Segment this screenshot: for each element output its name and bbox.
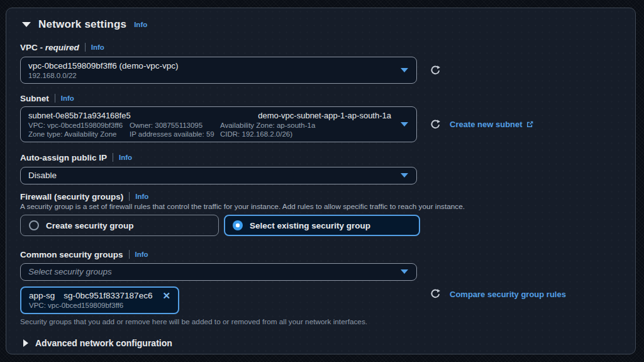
label-divider xyxy=(129,192,130,201)
token-sg-id: sg-0bc951f8337187ec6 xyxy=(64,290,152,301)
token-remove-icon[interactable]: ✕ xyxy=(162,291,170,300)
firewall-description: A security group is a set of firewall ru… xyxy=(20,203,621,211)
vpc-info-link[interactable]: Info xyxy=(91,43,104,51)
label-divider xyxy=(129,250,130,259)
refresh-vpc-icon[interactable] xyxy=(430,65,441,76)
subnet-zone-type: Zone type: Availability Zone xyxy=(28,130,130,139)
subnet-row: subnet-0e85b71a934168fe5 demo-vpc-subnet… xyxy=(20,106,621,142)
vpc-row: vpc-0bced159809bf3ff6 (demo-vpc-vpc) 192… xyxy=(20,57,621,84)
firewall-options: Create security group Select existing se… xyxy=(20,215,621,236)
section-title: Network settings xyxy=(38,18,126,31)
subnet-detail-row-1: VPC: vpc-0bced159809bf3ff6 Owner: 308755… xyxy=(28,121,391,130)
chevron-down-icon xyxy=(401,122,408,127)
auto-assign-label-row: Auto-assign public IP Info xyxy=(20,152,621,162)
radio-tile-create-security-group[interactable]: Create security group xyxy=(20,215,219,236)
security-groups-placeholder: Select security groups xyxy=(28,266,391,278)
vpc-selected-value: vpc-0bced159809bf3ff6 (demo-vpc-vpc) xyxy=(28,60,391,71)
create-new-subnet-label: Create new subnet xyxy=(450,120,523,129)
subnet-label: Subnet xyxy=(20,94,49,103)
subnet-select[interactable]: subnet-0e85b71a934168fe5 demo-vpc-subnet… xyxy=(20,106,417,142)
compare-rules-group: Compare security group rules xyxy=(430,288,566,300)
radio-tile-select-existing-security-group[interactable]: Select existing security group xyxy=(224,215,420,236)
vpc-label-row: VPC - required Info xyxy=(20,42,621,52)
external-link-icon xyxy=(526,120,534,128)
radio-unselected-icon[interactable] xyxy=(29,220,39,230)
subnet-id: subnet-0e85b71a934168fe5 xyxy=(28,111,131,121)
firewall-info-link[interactable]: Info xyxy=(135,193,148,200)
subnet-cidr: CIDR: 192.168.2.0/26) xyxy=(220,130,391,139)
section-header: Network settings Info xyxy=(20,18,621,31)
vpc-label: VPC - required xyxy=(20,43,79,52)
auto-assign-label: Auto-assign public IP xyxy=(20,153,107,162)
expand-chevron-icon xyxy=(23,339,28,347)
security-groups-helper-text: Security groups that you add or remove h… xyxy=(20,318,621,326)
common-sg-select-row: Select security groups xyxy=(20,263,621,281)
radio-tile-label: Create security group xyxy=(46,221,134,230)
common-sg-label-row: Common security groups Info xyxy=(20,249,621,259)
refresh-security-groups-icon[interactable] xyxy=(430,288,441,300)
vpc-select[interactable]: vpc-0bced159809bf3ff6 (demo-vpc-vpc) 192… xyxy=(20,57,417,84)
firewall-label-row: Firewall (security groups) Info xyxy=(20,191,621,201)
label-divider xyxy=(85,43,86,52)
sg-token-row: app-sg sg-0bc951f8337187ec6 ✕ VPC: vpc-0… xyxy=(20,286,621,314)
compare-security-group-rules-link[interactable]: Compare security group rules xyxy=(450,290,566,299)
label-divider xyxy=(55,94,55,103)
radio-selected-icon[interactable] xyxy=(233,220,243,230)
refresh-subnet-icon[interactable] xyxy=(430,119,441,130)
advanced-label: Advanced network configuration xyxy=(35,338,172,348)
subnet-selected-top: subnet-0e85b71a934168fe5 demo-vpc-subnet… xyxy=(28,111,391,121)
security-group-token: app-sg sg-0bc951f8337187ec6 ✕ VPC: vpc-0… xyxy=(20,286,179,314)
vpc-selected-cidr: 192.168.0.0/22 xyxy=(28,71,391,80)
auto-assign-value: Disable xyxy=(28,170,391,181)
subnet-detail-row-2: Zone type: Availability Zone IP addresse… xyxy=(28,130,391,139)
radio-tile-label: Select existing security group xyxy=(250,221,370,230)
auto-assign-row: Disable xyxy=(20,167,621,184)
section-info-link[interactable]: Info xyxy=(134,21,147,28)
common-sg-info-link[interactable]: Info xyxy=(135,251,148,258)
subnet-name: demo-vpc-subnet-app-1-ap-south-1a xyxy=(258,111,391,121)
subnet-info-link[interactable]: Info xyxy=(61,94,74,102)
firewall-label: Firewall (security groups) xyxy=(20,192,123,201)
subnet-label-row: Subnet Info xyxy=(20,93,621,103)
advanced-network-configuration-expander[interactable]: Advanced network configuration xyxy=(20,338,621,348)
auto-assign-info-link[interactable]: Info xyxy=(119,154,132,161)
subnet-az: Availability Zone: ap-south-1a xyxy=(220,121,391,130)
common-sg-label: Common security groups xyxy=(20,250,123,259)
create-new-subnet-link[interactable]: Create new subnet xyxy=(450,120,534,129)
subnet-ips-available: IP addresses available: 59 xyxy=(130,130,220,139)
label-divider xyxy=(113,153,113,162)
chevron-down-icon xyxy=(401,269,408,274)
auto-assign-select[interactable]: Disable xyxy=(20,167,417,184)
security-groups-select[interactable]: Select security groups xyxy=(20,263,417,281)
chevron-down-icon xyxy=(401,68,408,72)
collapse-chevron-icon[interactable] xyxy=(22,22,31,27)
subnet-owner: Owner: 308755113095 xyxy=(130,121,220,130)
token-sg-name: app-sg xyxy=(29,290,55,301)
token-line-1: app-sg sg-0bc951f8337187ec6 ✕ xyxy=(29,290,170,301)
network-settings-panel: Network settings Info VPC - required Inf… xyxy=(6,8,636,354)
token-sg-vpc: VPC: vpc-0bced159809bf3ff6 xyxy=(29,301,170,310)
chevron-down-icon xyxy=(401,173,408,178)
subnet-vpc: VPC: vpc-0bced159809bf3ff6 xyxy=(28,121,130,130)
